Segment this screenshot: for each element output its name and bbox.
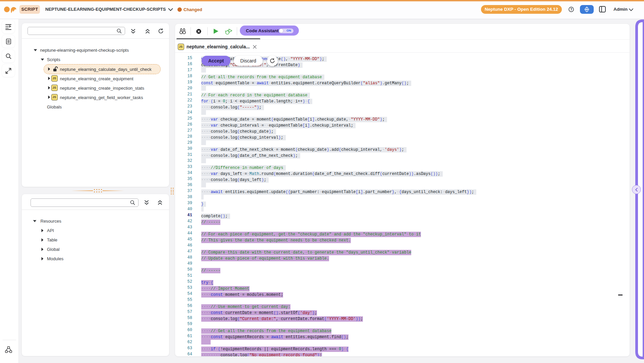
svg-text:?: ? bbox=[570, 7, 572, 11]
